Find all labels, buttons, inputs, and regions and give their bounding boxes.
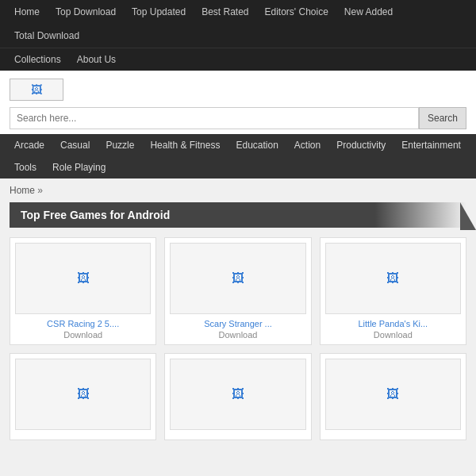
game-download-label: Download bbox=[325, 330, 461, 340]
game-thumb-icon: 🖼 bbox=[77, 387, 90, 401]
second-nav-link[interactable]: Collections bbox=[6, 48, 69, 71]
category-link[interactable]: Education bbox=[228, 134, 286, 156]
category-nav-item: Arcade bbox=[6, 134, 52, 156]
category-link[interactable]: Arcade bbox=[6, 134, 52, 156]
top-nav-item: Editors' Choice bbox=[257, 0, 336, 24]
category-link[interactable]: Tools bbox=[6, 156, 44, 178]
game-thumbnail: 🖼 bbox=[325, 243, 461, 314]
top-nav-link[interactable]: New Added bbox=[336, 0, 401, 24]
category-nav-item: Tools bbox=[6, 156, 44, 178]
logo-icon: 🖼 bbox=[31, 83, 42, 96]
top-nav-item: Top Download bbox=[48, 0, 124, 24]
game-title[interactable]: CSR Racing 2 5.... bbox=[15, 319, 151, 328]
game-thumbnail: 🖼 bbox=[15, 359, 151, 430]
game-card: 🖼 Scary Stranger ... Download bbox=[164, 237, 311, 345]
game-card: 🖼 bbox=[164, 353, 311, 440]
header-area: 🖼 Search bbox=[0, 71, 476, 134]
top-nav-link[interactable]: Editors' Choice bbox=[257, 0, 336, 24]
top-nav-link[interactable]: Best Rated bbox=[194, 0, 256, 24]
category-link[interactable]: Casual bbox=[52, 134, 98, 156]
game-thumbnail: 🖼 bbox=[15, 243, 151, 314]
top-nav: HomeTop DownloadTop UpdatedBest RatedEdi… bbox=[0, 0, 476, 48]
category-nav: ArcadeCasualPuzzleHealth & FitnessEducat… bbox=[0, 134, 476, 178]
top-nav-link[interactable]: Total Download bbox=[6, 24, 87, 48]
second-nav-item: About Us bbox=[69, 48, 124, 71]
category-link[interactable]: Productivity bbox=[328, 134, 393, 156]
game-download-label: Download bbox=[170, 330, 305, 340]
section-title: Top Free Games for Android bbox=[21, 209, 455, 221]
game-card: 🖼 bbox=[320, 353, 466, 440]
game-thumb-icon: 🖼 bbox=[232, 271, 244, 286]
top-nav-item: Total Download bbox=[6, 24, 87, 48]
category-nav-item: Action bbox=[286, 134, 328, 156]
game-card: 🖼 Little Panda's Ki... Download bbox=[320, 237, 466, 345]
category-nav-item: Productivity bbox=[328, 134, 393, 156]
game-grid-row1: 🖼 CSR Racing 2 5.... Download 🖼 Scary St… bbox=[10, 237, 466, 345]
top-nav-item: Home bbox=[6, 0, 48, 24]
second-nav-item: Collections bbox=[6, 48, 69, 71]
search-button[interactable]: Search bbox=[419, 107, 466, 129]
category-nav-item: Casual bbox=[52, 134, 98, 156]
breadcrumb-home[interactable]: Home bbox=[10, 185, 35, 196]
game-grid-row2: 🖼 🖼 🖼 bbox=[10, 353, 466, 440]
content-area: 🖼 CSR Racing 2 5.... Download 🖼 Scary St… bbox=[0, 237, 476, 440]
game-card: 🖼 CSR Racing 2 5.... Download bbox=[10, 237, 156, 345]
second-nav: CollectionsAbout Us bbox=[0, 48, 476, 71]
breadcrumb-separator: » bbox=[35, 185, 43, 196]
category-link[interactable]: Health & Fitness bbox=[142, 134, 228, 156]
game-thumbnail: 🖼 bbox=[170, 243, 305, 314]
game-thumb-icon: 🖼 bbox=[232, 387, 244, 401]
section-header: Top Free Games for Android bbox=[10, 202, 466, 228]
game-card: 🖼 bbox=[10, 353, 156, 440]
game-thumbnail: 🖼 bbox=[170, 359, 305, 430]
top-nav-item: Top Updated bbox=[124, 0, 194, 24]
category-nav-item: Health & Fitness bbox=[142, 134, 228, 156]
category-link[interactable]: Entertainment bbox=[393, 134, 469, 156]
top-nav-link[interactable]: Home bbox=[6, 0, 48, 24]
game-thumb-icon: 🖼 bbox=[386, 271, 399, 286]
search-bar: Search bbox=[10, 107, 466, 129]
game-download-label: Download bbox=[15, 330, 151, 340]
game-thumb-icon: 🖼 bbox=[77, 271, 90, 286]
category-nav-item: Role Playing bbox=[44, 156, 113, 178]
logo-box: 🖼 bbox=[10, 79, 63, 101]
search-input[interactable] bbox=[10, 107, 419, 129]
category-link[interactable]: Action bbox=[286, 134, 328, 156]
top-nav-item: Best Rated bbox=[194, 0, 256, 24]
game-thumb-icon: 🖼 bbox=[386, 387, 399, 401]
game-title[interactable]: Little Panda's Ki... bbox=[325, 319, 461, 328]
category-nav-item: Puzzle bbox=[98, 134, 142, 156]
top-nav-link[interactable]: Top Updated bbox=[124, 0, 194, 24]
game-thumbnail: 🖼 bbox=[325, 359, 461, 430]
top-nav-link[interactable]: Top Download bbox=[48, 0, 124, 24]
game-title[interactable]: Scary Stranger ... bbox=[170, 319, 305, 328]
top-nav-item: New Added bbox=[336, 0, 401, 24]
category-link[interactable]: Puzzle bbox=[98, 134, 142, 156]
category-nav-item: Education bbox=[228, 134, 286, 156]
breadcrumb: Home » bbox=[0, 178, 476, 202]
second-nav-link[interactable]: About Us bbox=[69, 48, 124, 71]
category-nav-item: Entertainment bbox=[393, 134, 469, 156]
category-link[interactable]: Role Playing bbox=[44, 156, 113, 178]
